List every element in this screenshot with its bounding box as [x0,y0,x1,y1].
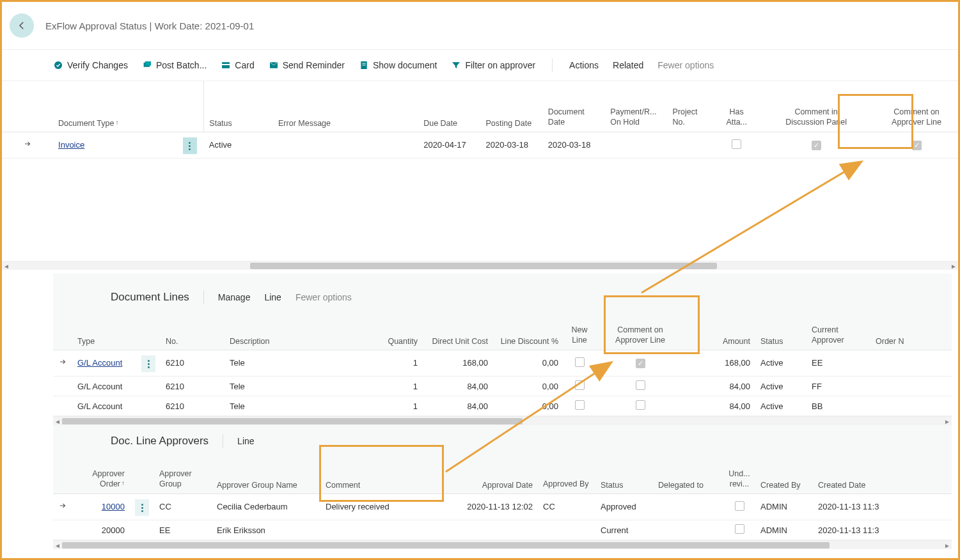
ap-col-deleg[interactable]: Delegated to [653,457,723,494]
doc-line-more-button[interactable] [141,355,155,372]
doc-line-amount: 84,00 [685,377,755,396]
related-menu[interactable]: Related [606,56,650,74]
ap-col-by[interactable]: Approved By [538,457,595,494]
card-label: Card [235,60,254,70]
approver-row[interactable]: 20000 EE Erik Eriksson Current ADMIN 202… [53,520,952,540]
col-payment[interactable]: Payment/R... On Hold [605,81,667,132]
doc-line-no: 6210 [161,396,224,416]
doc-line-comment-checkbox[interactable] [636,359,645,368]
approvers-line[interactable]: Line [237,436,254,446]
ap-col-status[interactable]: Status [595,457,653,494]
post-batch-button[interactable]: Post Batch... [136,56,213,74]
doc-line-comment-checkbox[interactable] [636,400,645,410]
doc-line-unitcost: 84,00 [423,377,493,396]
col-error[interactable]: Error Message [273,81,418,132]
col-project[interactable]: Project No. [668,81,716,132]
toolbar-separator [552,58,553,72]
doc-line-status: Active [755,396,807,416]
cell-payment [605,132,667,159]
page-title: ExFlow Approval Status | Work Date: 2021… [45,20,254,31]
fewer-options-button[interactable]: Fewer options [651,56,720,74]
show-document-button[interactable]: Show document [352,56,443,74]
approver-group: EE [154,520,212,540]
dl-col-qty[interactable]: Quantity [372,313,423,350]
approval-date [442,520,538,540]
created-date: 2020-11-13 11:3 [813,520,952,540]
under-review-checkbox[interactable] [735,501,744,511]
approver-order-link[interactable]: 10000 [102,502,125,511]
row-more-button[interactable] [183,137,197,154]
post-batch-icon [142,60,152,70]
ap-col-cdate[interactable]: Created Date [813,457,952,494]
main-hscroll[interactable]: ◄ ► [2,261,958,270]
document-lines-section: Document Lines Manage Line Fewer options… [53,274,952,425]
dl-col-desc[interactable]: Description [224,313,372,350]
approver-group: CC [154,494,212,520]
dl-col-appr[interactable]: Current Approver [807,313,870,350]
approver-group-name: Cecilia Cederbaum [212,494,320,520]
document-type-link[interactable]: Invoice [58,140,84,150]
ap-col-cby[interactable]: Created By [755,457,813,494]
doc-line-no: 6210 [161,377,224,396]
main-row[interactable]: Invoice Active 2020-04-17 2020-03-18 202… [2,132,958,159]
dl-col-disc[interactable]: Line Discount % [493,313,563,350]
dl-col-type[interactable]: Type [72,313,136,350]
dl-col-status[interactable]: Status [755,313,807,350]
col-comment-appr[interactable]: Comment on Approver Line [875,81,958,132]
has-attachment-checkbox[interactable] [732,139,741,149]
send-reminder-button[interactable]: Send Reminder [262,56,351,74]
doc-line-disc: 0,00 [493,377,563,396]
doc-line-qty: 1 [372,377,423,396]
card-button[interactable]: Card [214,56,260,74]
filter-approver-button[interactable]: Filter on approver [445,56,542,74]
new-line-checkbox[interactable] [575,400,585,410]
approver-more-button[interactable] [135,499,149,516]
main-grid-wrap: Document Type↑ Status Error Message Due … [2,81,958,270]
doc-lines-fewer[interactable]: Fewer options [295,292,352,302]
col-comment-disc[interactable]: Comment in Discussion Panel [757,81,875,132]
ap-col-date[interactable]: Approval Date [442,457,538,494]
doc-line-type-link[interactable]: G/L Account [77,358,122,368]
col-status[interactable]: Status [204,81,273,132]
comment-discussion-checkbox[interactable] [812,141,821,150]
svg-rect-8 [362,65,365,65]
doc-lines-manage[interactable]: Manage [218,292,251,302]
doc-line-row[interactable]: G/L Account 6210 Tele 1 168,00 0,00 168,… [53,350,952,377]
approver-row[interactable]: 10000 CC Cecilia Cederbaum Delivery rece… [53,494,952,520]
doc-line-desc: Tele [224,350,372,377]
actions-menu[interactable]: Actions [563,56,605,74]
ap-col-comment[interactable]: Comment [320,457,442,494]
delegated-to [653,494,723,520]
ap-col-und[interactable]: Und... revi... [723,457,755,494]
dl-col-amount[interactable]: Amount [685,313,755,350]
back-button[interactable] [10,13,34,38]
doc-line-comment-checkbox[interactable] [636,380,645,390]
approvers-hscroll[interactable]: ◄ ► [53,540,952,549]
dl-col-newline[interactable]: New Line [563,313,595,350]
doc-lines-line[interactable]: Line [264,292,281,302]
col-document-type[interactable]: Document Type↑ [53,81,178,132]
ap-col-order[interactable]: Approver Order↑ [72,457,130,494]
doc-line-row[interactable]: G/L Account 6210 Tele 1 84,00 0,00 84,00… [53,396,952,416]
col-doc-date[interactable]: Document Date [543,81,605,132]
ap-col-gname[interactable]: Approver Group Name [212,457,320,494]
dl-col-unitcost[interactable]: Direct Unit Cost [423,313,493,350]
col-posting[interactable]: Posting Date [481,81,543,132]
verify-changes-button[interactable]: Verify Changes [47,56,134,74]
col-has-atta[interactable]: Has Atta... [716,81,757,132]
row-indicator-icon [23,139,32,148]
doc-line-row[interactable]: G/L Account 6210 Tele 1 84,00 0,00 84,00… [53,377,952,396]
approver-status: Current [595,520,653,540]
doc-lines-hscroll[interactable]: ◄ ► [53,416,952,425]
dl-col-order[interactable]: Order N [870,313,952,350]
comment-approver-checkbox[interactable] [912,141,922,150]
under-review-checkbox[interactable] [735,524,744,534]
new-line-checkbox[interactable] [575,380,585,390]
send-reminder-label: Send Reminder [283,60,345,70]
dl-col-comment[interactable]: Comment on Approver Line [595,313,685,350]
dl-col-no[interactable]: No. [161,313,224,350]
col-due[interactable]: Due Date [418,81,480,132]
new-line-checkbox[interactable] [575,357,585,367]
ap-col-group[interactable]: Approver Group [154,457,212,494]
approver-comment [320,520,442,540]
